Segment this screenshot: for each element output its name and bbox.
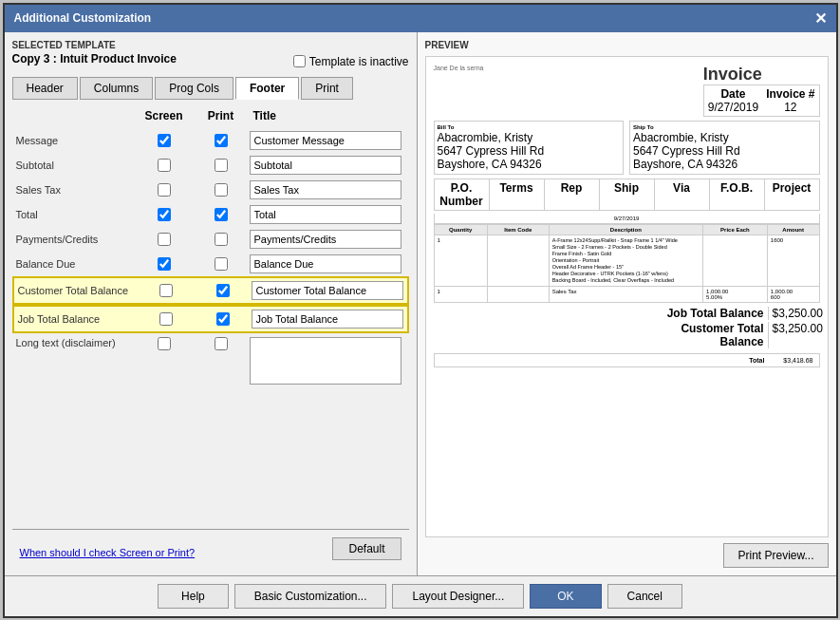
- footer-row: When should I check Screen or Print? Def…: [12, 529, 409, 568]
- row-label-job-total: Job Total Balance: [14, 313, 138, 325]
- title-bar: Additional Customization ✕: [5, 5, 836, 32]
- print-check-payments[interactable]: [193, 233, 250, 246]
- bill-addr-line2: 5647 Cypress Hill Rd: [438, 144, 621, 158]
- title-input-balance-due[interactable]: [250, 254, 401, 273]
- row-label-payments: Payments/Credits: [12, 234, 136, 245]
- print-preview-button[interactable]: Print Preview...: [723, 543, 828, 568]
- row-message: Message: [12, 128, 409, 153]
- print-check-sales-tax[interactable]: [193, 183, 250, 197]
- fob-cell: F.O.B.: [710, 179, 765, 210]
- row-customer-total-balance: Customer Total Balance: [12, 276, 409, 305]
- ship-addr-line3: Bayshore, CA 94326: [633, 158, 816, 171]
- print-check-balance-due[interactable]: [193, 257, 250, 271]
- row-total: Total: [12, 202, 409, 227]
- title-input-subtotal[interactable]: [250, 156, 401, 175]
- ok-button[interactable]: OK: [530, 584, 601, 609]
- layout-designer-button[interactable]: Layout Designer...: [392, 584, 524, 609]
- screen-check-message[interactable]: [136, 134, 193, 147]
- rep-cell: Rep: [545, 179, 600, 210]
- title-input-sales-tax[interactable]: [250, 180, 401, 199]
- left-panel: SELECTED TEMPLATE Copy 3 : Intuit Produc…: [5, 32, 418, 575]
- title-input-message[interactable]: [250, 131, 401, 150]
- print-check-message[interactable]: [193, 134, 250, 147]
- screen-check-long-text[interactable]: [136, 337, 193, 350]
- bill-to-label: Bill To: [438, 124, 621, 130]
- print-check-customer-total[interactable]: [195, 284, 252, 297]
- price-header: Price Each: [703, 224, 768, 235]
- invoice-totals: Job Total Balance $3,250.00 Customer Tot…: [434, 306, 820, 349]
- job-total-balance-label: Job Total Balance: [664, 307, 769, 320]
- row-label-customer-total: Customer Total Balance: [14, 285, 138, 296]
- invoice-num-label: Invoice #: [766, 87, 814, 101]
- via-cell: Via: [655, 179, 710, 210]
- title-input-payments[interactable]: [250, 230, 401, 249]
- invoice-date-cell: Date 9/27/2019: [708, 87, 758, 114]
- row-sales-tax: Sales Tax: [12, 178, 409, 202]
- col-header-print: Print: [193, 109, 250, 122]
- terms-cell: Terms: [490, 179, 545, 210]
- close-button[interactable]: ✕: [814, 9, 827, 28]
- row-label-sales-tax: Sales Tax: [12, 184, 136, 196]
- po-number-cell: P.O. Number: [435, 179, 490, 210]
- invoice-header: Jane De la serna Invoice Date 9/27/2019: [434, 65, 820, 117]
- tab-footer[interactable]: Footer: [235, 77, 299, 100]
- row-label-message: Message: [12, 135, 136, 146]
- desc-cell2: Sales Tax: [549, 287, 702, 303]
- ship-to-box: Ship To Abacrombie, Kristy 5647 Cypress …: [629, 121, 820, 175]
- screen-check-customer-total[interactable]: [138, 284, 195, 297]
- customer-total-balance-row: Customer Total Balance $3,250.00: [664, 321, 820, 349]
- help-button[interactable]: Help: [158, 584, 229, 609]
- tab-print[interactable]: Print: [301, 77, 353, 100]
- row-job-total-balance: Job Total Balance: [12, 305, 409, 333]
- item-code-cell: [487, 235, 549, 287]
- po-value: 9/27/2019: [434, 214, 820, 224]
- screen-check-job-total[interactable]: [138, 312, 195, 326]
- invoice-title-section: Invoice Date 9/27/2019 Invoice #: [703, 65, 820, 117]
- print-check-subtotal[interactable]: [193, 159, 250, 172]
- tab-columns[interactable]: Columns: [80, 77, 153, 100]
- right-panel: PREVIEW Jane De la serna Invoice Date: [418, 32, 836, 575]
- invoice-addresses: Bill To Abacrombie, Kristy 5647 Cypress …: [434, 121, 820, 175]
- basic-customization-button[interactable]: Basic Customization...: [234, 584, 387, 609]
- title-input-long-text[interactable]: [250, 337, 401, 385]
- screen-check-sales-tax[interactable]: [136, 183, 193, 197]
- item-code-header: Item Code: [487, 224, 549, 235]
- grand-total-label: Total: [749, 357, 764, 364]
- date-label: Date: [708, 87, 758, 101]
- row-payments-credits: Payments/Credits: [12, 227, 409, 252]
- grand-total-content: Total $3,418.68: [749, 357, 812, 364]
- project-cell: Project: [765, 179, 819, 210]
- price-cell2: 1,000.005.00%: [703, 287, 768, 303]
- title-input-job-total[interactable]: [252, 310, 403, 329]
- default-button[interactable]: Default: [332, 537, 401, 560]
- screen-print-help-link[interactable]: When should I check Screen or Print?: [20, 547, 196, 558]
- amount-header: Amount: [767, 224, 819, 235]
- qty-header: Quantity: [434, 224, 487, 235]
- print-check-total[interactable]: [193, 208, 250, 221]
- screen-check-total[interactable]: [136, 208, 193, 221]
- print-check-job-total[interactable]: [195, 312, 252, 326]
- screen-check-balance-due[interactable]: [136, 257, 193, 271]
- inactive-checkbox[interactable]: [293, 55, 306, 67]
- title-input-total[interactable]: [250, 205, 401, 224]
- tab-header[interactable]: Header: [12, 77, 78, 100]
- bill-addr-line3: Bayshore, CA 94326: [438, 158, 621, 171]
- item-code-cell2: [487, 287, 549, 303]
- cancel-button[interactable]: Cancel: [607, 584, 682, 609]
- content-area: SELECTED TEMPLATE Copy 3 : Intuit Produc…: [5, 32, 836, 575]
- tab-prog-cols[interactable]: Prog Cols: [155, 77, 233, 100]
- dialog-title: Additional Customization: [14, 11, 152, 25]
- invoice-preview: Jane De la serna Invoice Date 9/27/2019: [426, 57, 828, 536]
- title-input-customer-total[interactable]: [252, 281, 403, 300]
- screen-check-subtotal[interactable]: [136, 159, 193, 172]
- print-check-long-text[interactable]: [193, 337, 250, 350]
- invoice-fields-row: P.O. Number Terms Rep Ship Via: [434, 178, 820, 211]
- screen-check-payments[interactable]: [136, 233, 193, 246]
- bill-addr-line1: Abacrombie, Kristy: [438, 131, 621, 144]
- bill-to-box: Bill To Abacrombie, Kristy 5647 Cypress …: [434, 121, 625, 175]
- invoice-num-value: 12: [766, 101, 814, 114]
- job-total-balance-value: $3,250.00: [773, 307, 820, 320]
- price-cell: [703, 235, 768, 287]
- customer-total-balance-label: Customer Total Balance: [664, 322, 769, 348]
- ship-addr-line1: Abacrombie, Kristy: [633, 131, 816, 144]
